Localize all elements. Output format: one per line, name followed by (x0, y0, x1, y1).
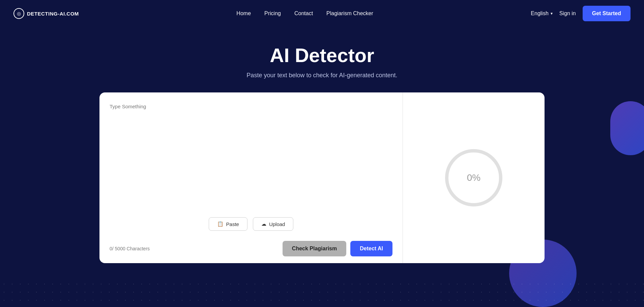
language-selector[interactable]: English ▾ (531, 10, 552, 17)
upload-icon: ☁ (261, 221, 266, 227)
nav-links: Home Pricing Contact Plagiarism Checker (236, 10, 373, 17)
get-started-button[interactable]: Get Started (583, 6, 631, 21)
action-buttons: 📋 Paste ☁ Upload (110, 211, 392, 238)
chevron-down-icon: ▾ (551, 11, 553, 16)
signin-link[interactable]: Sign in (559, 10, 576, 17)
paste-button[interactable]: 📋 Paste (209, 217, 247, 231)
bottom-buttons: Check Plagiarism Detect AI (283, 241, 392, 256)
dots-decoration (0, 280, 644, 307)
right-panel: 0% (403, 92, 545, 263)
left-panel: 📋 Paste ☁ Upload 0/ 5000 Characters Chec… (99, 92, 403, 263)
logo-text: DETECTING-AI.COM (27, 11, 79, 17)
gauge-value: 0% (467, 172, 480, 183)
paste-icon: 📋 (217, 221, 224, 227)
logo[interactable]: ◎ DETECTING-AI.COM (13, 8, 79, 19)
check-plagiarism-button[interactable]: Check Plagiarism (283, 241, 346, 256)
language-label: English (531, 10, 548, 17)
upload-label: Upload (269, 221, 285, 227)
bottom-bar: 0/ 5000 Characters Check Plagiarism Dete… (110, 238, 392, 256)
nav-contact[interactable]: Contact (294, 10, 313, 16)
nav-pricing[interactable]: Pricing (264, 10, 281, 16)
paste-label: Paste (226, 221, 239, 227)
upload-button[interactable]: ☁ Upload (253, 217, 294, 231)
text-input[interactable] (110, 103, 392, 211)
navbar: ◎ DETECTING-AI.COM Home Pricing Contact … (0, 0, 644, 27)
hero-subtitle: Paste your text below to check for AI-ge… (7, 72, 637, 79)
nav-home[interactable]: Home (236, 10, 251, 16)
char-count: 0/ 5000 Characters (110, 246, 150, 251)
logo-icon: ◎ (13, 8, 24, 19)
nav-plagiarism-checker[interactable]: Plagiarism Checker (326, 10, 373, 16)
main-card: 📋 Paste ☁ Upload 0/ 5000 Characters Chec… (99, 92, 545, 263)
nav-right: English ▾ Sign in Get Started (531, 6, 631, 21)
hero-title: AI Detector (7, 44, 637, 66)
gauge: 0% (443, 147, 504, 208)
main-card-wrapper: 📋 Paste ☁ Upload 0/ 5000 Characters Chec… (0, 92, 644, 263)
detect-ai-button[interactable]: Detect AI (350, 241, 392, 256)
hero-section: AI Detector Paste your text below to che… (0, 27, 644, 92)
